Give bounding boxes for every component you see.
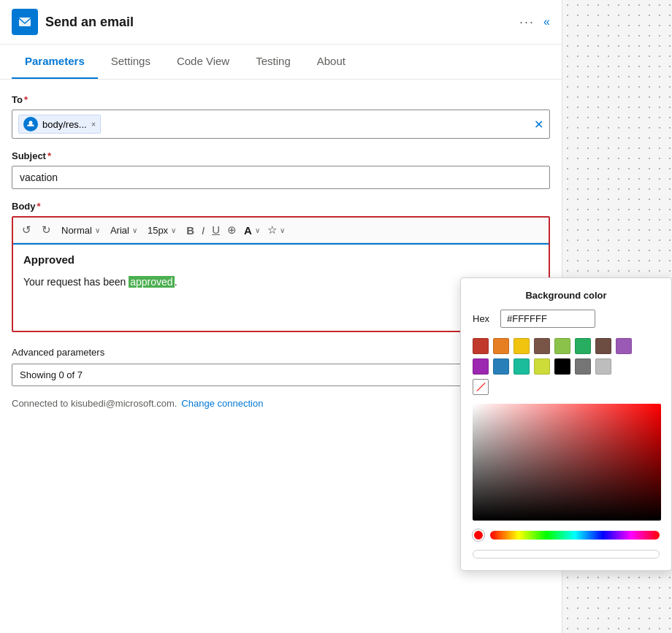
highlight-word: approved — [129, 276, 174, 288]
header-left: Send an email — [12, 9, 134, 35]
opacity-slider[interactable] — [473, 550, 660, 559]
to-tag-avatar — [23, 117, 38, 131]
swatch-yellow[interactable] — [513, 338, 530, 354]
tab-parameters[interactable]: Parameters — [12, 45, 98, 79]
font-color-icon: A — [244, 224, 252, 237]
swatch-violet[interactable] — [473, 358, 489, 375]
right-panel: Background color Hex — [562, 0, 672, 633]
hue-slider-row — [473, 529, 660, 541]
swatch-lime[interactable] — [534, 358, 550, 375]
change-connection-button[interactable]: Change connection — [181, 398, 263, 409]
highlight-dropdown[interactable]: ☆ ∨ — [264, 222, 288, 238]
format-buttons: B I U ⊕ A ∨ ☆ — [183, 222, 288, 238]
swatch-black[interactable] — [554, 358, 570, 375]
body-text-after: . — [175, 276, 177, 288]
highlight-icon: ☆ — [267, 223, 277, 237]
swatch-lightgray[interactable] — [595, 358, 611, 375]
bold-button[interactable]: B — [183, 223, 197, 238]
font-dropdown[interactable]: Arial ∨ — [107, 223, 140, 237]
swatch-teal[interactable] — [513, 358, 530, 375]
advanced-select-text: Showing 0 of 7 — [20, 369, 83, 380]
body-label: Body* — [12, 201, 550, 212]
connection-text: Connected to kisubedi@microsoft.com. — [12, 398, 177, 409]
swatch-orange[interactable] — [493, 338, 509, 354]
style-chevron: ∨ — [95, 226, 100, 234]
svg-point-3 — [29, 121, 33, 125]
swatch-row-2 — [473, 358, 660, 375]
tab-settings[interactable]: Settings — [98, 45, 164, 79]
font-color-chevron: ∨ — [255, 226, 260, 234]
swatch-transparent[interactable] — [473, 379, 489, 395]
underline-button[interactable]: U — [209, 222, 223, 238]
undo-icon: ↺ — [22, 223, 31, 236]
to-clear-button[interactable]: ✕ — [534, 118, 543, 131]
more-options-button[interactable]: ··· — [519, 15, 535, 30]
body-text-before: Your request has been — [23, 276, 129, 288]
swatch-green[interactable] — [575, 338, 591, 354]
swatch-row-1 — [473, 338, 660, 354]
to-field-group: To* body/res... × ✕ — [12, 94, 550, 139]
link-button[interactable]: ⊕ — [224, 222, 240, 238]
to-tag: body/res... × — [18, 115, 101, 134]
font-value: Arial — [110, 225, 129, 236]
swatch-brown[interactable] — [534, 338, 550, 354]
hex-input[interactable] — [500, 310, 595, 328]
tab-code-view[interactable]: Code View — [164, 45, 243, 79]
body-heading: Approved — [23, 253, 538, 266]
swatch-red[interactable] — [473, 338, 489, 354]
underline-icon: U — [212, 223, 220, 236]
color-picker-popup: Background color Hex — [460, 277, 672, 571]
hex-label: Hex — [473, 313, 493, 324]
advanced-select[interactable]: Showing 0 of 7 ∨ — [12, 364, 505, 386]
undo-button[interactable]: ↺ — [19, 222, 34, 238]
tab-about[interactable]: About — [304, 45, 359, 79]
size-dropdown[interactable]: 15px ∨ — [145, 223, 179, 237]
style-value: Normal — [61, 225, 92, 236]
tab-testing[interactable]: Testing — [243, 45, 304, 79]
swatch-row-3 — [473, 379, 660, 395]
swatch-blue[interactable] — [493, 358, 509, 375]
hex-row: Hex — [473, 310, 660, 328]
font-chevron: ∨ — [132, 226, 137, 234]
italic-button[interactable]: I — [199, 223, 207, 238]
to-tag-text: body/res... — [42, 119, 87, 130]
link-icon: ⊕ — [227, 223, 237, 236]
app-icon — [12, 9, 38, 35]
color-gradient-picker[interactable] — [473, 404, 661, 521]
swatch-lightgreen[interactable] — [554, 338, 570, 354]
size-value: 15px — [148, 225, 168, 236]
to-tag-close-button[interactable]: × — [91, 120, 96, 128]
swatch-gray[interactable] — [575, 358, 591, 375]
font-color-dropdown[interactable]: A ∨ — [241, 223, 263, 238]
opacity-row — [473, 550, 660, 559]
header: Send an email ··· « — [0, 0, 562, 45]
swatch-darkbrown[interactable] — [595, 338, 611, 354]
size-chevron: ∨ — [171, 226, 176, 234]
subject-label: Subject* — [12, 150, 550, 161]
subject-field-group: Subject* — [12, 150, 550, 189]
svg-rect-1 — [19, 18, 31, 26]
redo-button[interactable]: ↻ — [39, 222, 54, 238]
highlight-chevron: ∨ — [280, 226, 285, 234]
hue-slider[interactable] — [490, 531, 660, 540]
subject-input[interactable] — [12, 166, 550, 189]
redo-icon: ↻ — [42, 223, 51, 236]
swatch-purple[interactable] — [616, 338, 632, 354]
to-input-container[interactable]: body/res... × ✕ — [12, 110, 550, 139]
style-dropdown[interactable]: Normal ∨ — [58, 223, 103, 237]
header-actions: ··· « — [519, 15, 550, 30]
hue-color-dot — [473, 529, 484, 541]
collapse-panel-button[interactable]: « — [543, 15, 550, 28]
color-swatches — [473, 338, 660, 395]
color-picker-title: Background color — [473, 290, 660, 301]
tabs-bar: Parameters Settings Code View Testing Ab… — [0, 45, 562, 80]
editor-toolbar: ↺ ↻ Normal ∨ Arial ∨ 15px ∨ — [13, 218, 549, 243]
page-title: Send an email — [45, 15, 134, 30]
to-label: To* — [12, 94, 550, 105]
